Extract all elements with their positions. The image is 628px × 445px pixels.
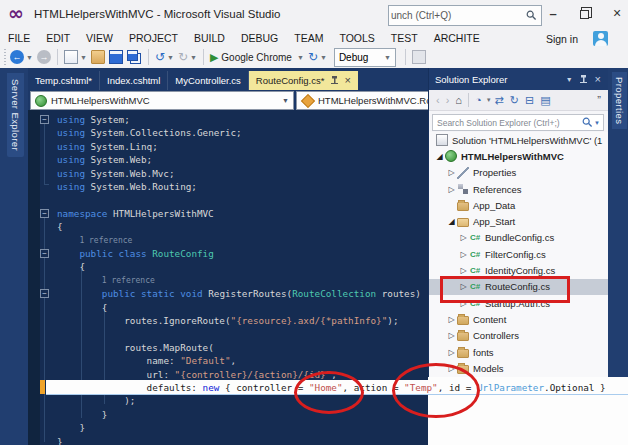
outline-guide	[44, 124, 45, 184]
new-project-icon	[64, 50, 78, 64]
new-project-icon[interactable]: ▼	[64, 50, 87, 64]
solution-configuration-select[interactable]: Debug▼	[331, 48, 399, 67]
redo-icon[interactable]: ↻▼	[178, 51, 197, 63]
start-debug-button[interactable]: ▶Google Chrome▼	[210, 52, 304, 63]
expanded-arrow-icon[interactable]: ◢	[435, 152, 444, 161]
menu-item-view[interactable]: VIEW	[78, 32, 121, 44]
pending-changes-filter-icon[interactable]: ◔	[475, 95, 482, 106]
tree-item-startup-auth-cs[interactable]: ▷C#Startup.Auth.cs	[429, 295, 628, 311]
user-avatar[interactable]	[593, 31, 608, 46]
code-segment: void	[180, 288, 202, 299]
pin-icon[interactable]	[331, 76, 338, 85]
tree-item-filterconfig-cs[interactable]: ▷C#FilterConfig.cs	[429, 246, 628, 262]
solution-configuration-select[interactable]: Debug▼	[334, 48, 396, 67]
server-explorer-tab[interactable]: Server Explorer	[7, 73, 24, 157]
collapsed-arrow-icon[interactable]: ▷	[447, 331, 456, 340]
chevron-down-icon: ▼	[26, 54, 33, 61]
expanded-arrow-icon[interactable]: ◢	[447, 217, 456, 226]
solution-explorer-search[interactable]: Search Solution Explorer (Ctrl+;) ▼	[432, 114, 604, 131]
tree-item-content[interactable]: ▷Content	[429, 311, 626, 327]
feedback-icon[interactable]	[412, 50, 426, 64]
close-icon[interactable]: ×	[344, 75, 350, 86]
tree-item-app-data[interactable]: App_Data	[429, 197, 626, 213]
tree-item-solution-htmlhelperswithmvc-1[interactable]: Solution 'HTMLHelpersWithMVC' (1	[429, 132, 614, 148]
browser-link-refresh-icon[interactable]: ↻▼	[308, 51, 327, 63]
tree-item-references[interactable]: ▷References	[429, 181, 626, 197]
minimize-button[interactable]: –	[544, 4, 562, 22]
fold-collapse-icon[interactable]: −	[40, 209, 49, 218]
navigate-forward-icon[interactable]: →	[37, 50, 51, 64]
save-all-icon[interactable]	[127, 50, 142, 64]
menu-item-debug[interactable]: DEBUG	[233, 32, 286, 44]
tree-item-htmlhelperswithmvc[interactable]: ◢HTMLHelpersWithMVC	[429, 148, 614, 164]
close-icon[interactable]: ×	[595, 74, 601, 85]
tree-item-controllers[interactable]: ▷Controllers	[429, 328, 626, 344]
menu-item-file[interactable]: FILE	[0, 32, 38, 44]
properties-page-icon[interactable]: ▤	[540, 95, 550, 106]
toolbar-separator	[148, 49, 149, 65]
document-tab-index-cshtml[interactable]: Index.cshtml	[100, 71, 168, 90]
document-tab-mycontroller-cs[interactable]: MyController.cs	[168, 71, 248, 90]
tree-item-app-start[interactable]: ◢App_Start	[429, 214, 626, 230]
project-dropdown[interactable]: HTMLHelpersWithMVC ▼	[30, 91, 294, 110]
menu-item-edit[interactable]: EDIT	[38, 32, 78, 44]
chevron-down-icon[interactable]: ▼	[594, 120, 600, 126]
collapsed-arrow-icon[interactable]: ▷	[447, 348, 456, 357]
menu-item-build[interactable]: BUILD	[186, 32, 233, 44]
collapse-all-icon[interactable]: ⊟	[525, 95, 534, 106]
se-forward-icon[interactable]: ›	[446, 95, 450, 106]
fold-collapse-icon[interactable]: −	[40, 115, 49, 124]
refresh-icon[interactable]: ↻	[510, 95, 519, 106]
chevron-down-icon: ▼	[190, 54, 197, 61]
restore-button[interactable]	[576, 4, 594, 22]
menu-item-test[interactable]: TEST	[383, 32, 426, 44]
document-tab-routeconfig-cs-[interactable]: RouteConfig.cs*×	[249, 71, 358, 90]
code-segment: , action =	[343, 382, 405, 393]
collapsed-arrow-icon[interactable]: ▷	[447, 364, 456, 373]
collapsed-arrow-icon[interactable]: ▷	[447, 168, 456, 177]
collapsed-arrow-icon[interactable]: ▷	[459, 282, 468, 291]
tree-item-properties[interactable]: ▷Properties	[429, 165, 626, 181]
code-segment: url:	[147, 369, 175, 380]
auto-hide-pin-icon[interactable]	[580, 75, 587, 84]
menu-item-tools[interactable]: TOOLS	[331, 32, 382, 44]
code-line: );	[124, 394, 135, 407]
menu-item-team[interactable]: TEAM	[286, 32, 331, 44]
csharp-icon: C#	[469, 248, 481, 260]
sign-in-link[interactable]: Sign in	[546, 33, 578, 45]
chevron-down-icon: ▼	[278, 97, 293, 104]
code-segment: System.Web.Routing;	[85, 181, 197, 192]
close-button[interactable]: ×	[608, 4, 626, 22]
tree-item-fonts[interactable]: ▷fonts	[429, 344, 626, 360]
collapsed-arrow-icon[interactable]: ▷	[459, 250, 468, 259]
redo-icon: ↻	[178, 51, 188, 63]
document-tab-temp-cshtml-[interactable]: Temp.cshtml*	[28, 71, 100, 90]
fold-collapse-icon[interactable]: −	[40, 289, 49, 298]
se-back-icon[interactable]: ‹	[436, 95, 440, 106]
add-item-icon[interactable]	[91, 50, 105, 64]
overflow-icon[interactable]: ”	[597, 95, 601, 106]
collapsed-arrow-icon[interactable]: ▷	[459, 299, 468, 308]
collapsed-arrow-icon[interactable]: ▷	[459, 233, 468, 242]
collapsed-arrow-icon[interactable]: ▷	[447, 185, 456, 194]
save-icon[interactable]	[109, 50, 123, 64]
collapsed-arrow-icon[interactable]: ▷	[447, 315, 456, 324]
window-position-icon[interactable]: ▼	[566, 76, 573, 83]
tree-item-models[interactable]: ▷Models	[429, 360, 626, 376]
menu-item-project[interactable]: PROJECT	[121, 32, 186, 44]
collapsed-arrow-icon[interactable]: ▷	[459, 266, 468, 275]
quick-launch-input[interactable]: unch (Ctrl+Q)	[388, 5, 542, 26]
tree-item-routeconfig-cs[interactable]: ▷C#RouteConfig.cs	[429, 279, 628, 295]
menu-item-archite[interactable]: ARCHITE	[426, 32, 488, 44]
navigate-back-icon[interactable]: ←▼	[10, 50, 33, 64]
run-target-label: Google Chrome	[221, 52, 292, 63]
tree-item-bundleconfig-cs[interactable]: ▷C#BundleConfig.cs	[429, 230, 628, 246]
properties-tab[interactable]: Properties	[612, 72, 627, 129]
fold-collapse-icon[interactable]: −	[40, 249, 49, 258]
tree-item-identityconfig-cs[interactable]: ▷C#IdentityConfig.cs	[429, 262, 628, 278]
sync-with-active-document-icon[interactable]: ⇄	[495, 95, 504, 106]
home-icon[interactable]: ⌂	[455, 95, 462, 106]
code-segment: ,	[231, 355, 237, 366]
csharp-icon: C#	[469, 297, 481, 309]
undo-icon[interactable]: ↺▼	[155, 51, 174, 63]
